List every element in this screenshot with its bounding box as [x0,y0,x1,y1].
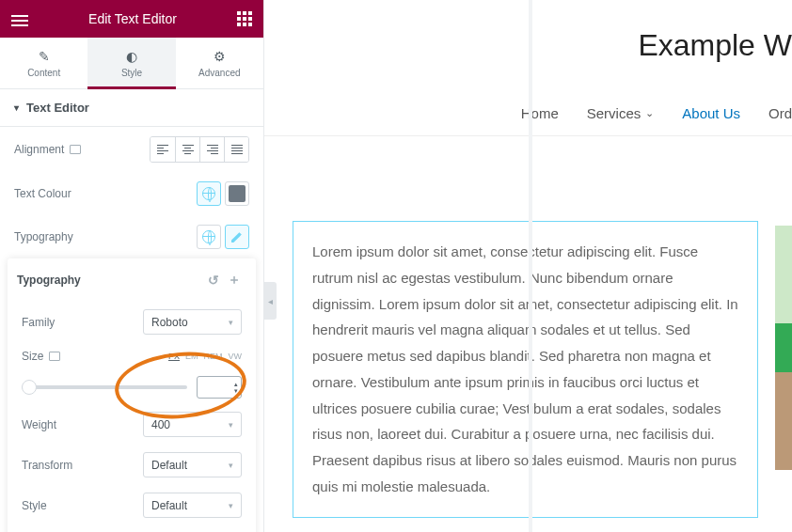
unit-em[interactable]: EM [185,352,198,361]
size-slider[interactable] [22,385,187,389]
image-widget-partial [775,226,792,470]
reset-button[interactable]: ↺ [203,270,224,290]
collapse-panel-button[interactable]: ◂ [263,282,277,320]
pencil-icon: ✎ [39,49,50,64]
chevron-down-icon: ▾ [229,501,233,510]
globe-icon [202,230,215,243]
chevron-down-icon: ⌄ [645,107,654,119]
transform-select[interactable]: Default ▾ [143,452,242,477]
responsive-icon[interactable] [70,145,81,154]
alignment-group [150,136,249,163]
unit-rem[interactable]: REM [204,352,223,361]
control-label: Typography [14,230,73,243]
select-value: Roboto [151,316,188,329]
preview-area: Example W Home Services ⌄ About Us Ord L… [263,0,792,532]
align-right-button[interactable] [199,137,224,162]
global-typography-button[interactable] [197,225,221,249]
hamburger-icon[interactable] [11,12,28,25]
control-label: Text Colour [14,187,71,200]
family-row: Family Roboto ▾ [8,302,256,342]
align-center-button[interactable] [175,137,199,162]
unit-switcher: PX EM REM VW [168,352,242,361]
tab-style[interactable]: ◐ Style [87,38,175,88]
apps-grid-icon[interactable] [237,11,252,26]
weight-select[interactable]: 400 ▾ [143,412,242,437]
nav-home[interactable]: Home [521,105,559,121]
section-title: Text Editor [26,101,89,115]
stepper-icon: ▴▾ [234,381,238,394]
edit-typography-button[interactable] [225,225,249,249]
caret-down-icon: ▾ [14,102,19,113]
pencil-icon [231,231,243,243]
align-left-button[interactable] [150,137,175,162]
typography-row: Typography [0,215,263,258]
select-value: 400 [151,418,170,431]
colour-swatch [229,185,246,202]
control-label: Size [22,350,43,363]
slider-handle[interactable] [22,380,37,395]
size-slider-row: ▴▾ [8,370,256,404]
unit-vw[interactable]: VW [229,352,243,361]
gear-icon: ⚙ [214,49,226,64]
add-button[interactable]: ＋ [224,270,245,290]
text-editor-widget[interactable]: Lorem ipsum dolor sit amet, consectetur … [293,221,758,518]
colour-swatch-button[interactable] [225,181,249,206]
chevron-down-icon: ▾ [229,461,233,470]
nav-services[interactable]: Services ⌄ [587,105,655,121]
panel-title: Edit Text Editor [28,11,237,26]
align-justify-button[interactable] [224,137,248,162]
control-label: Weight [22,418,56,431]
typography-popover: Typography ↺ ＋ Family Roboto ▾ Size PX E… [8,258,256,532]
section-header[interactable]: ▾ Text Editor [0,89,263,127]
chevron-down-icon: ▾ [229,318,233,327]
nav-about[interactable]: About Us [682,105,740,121]
responsive-icon[interactable] [49,352,60,361]
editor-panel: Edit Text Editor ✎ Content ◐ Style ⚙ Adv… [0,0,263,532]
alignment-row: Alignment [0,127,263,172]
style-row: Style Default ▾ [8,485,256,525]
family-select[interactable]: Roboto ▾ [143,309,242,335]
globe-icon [202,187,215,200]
contrast-icon: ◐ [126,49,137,64]
tab-label: Style [121,68,142,78]
weight-row: Weight 400 ▾ [8,404,256,445]
text-colour-row: Text Colour [0,172,263,215]
transform-row: Transform Default ▾ [8,445,256,485]
select-value: Default [151,499,187,512]
global-colour-button[interactable] [197,181,221,206]
size-input[interactable]: ▴▾ [197,376,242,399]
nav-order[interactable]: Ord [768,105,792,121]
panel-tabs: ✎ Content ◐ Style ⚙ Advanced [0,38,263,89]
select-value: Default [151,459,187,472]
unit-px[interactable]: PX [168,352,180,361]
control-label: Transform [22,459,72,472]
control-label: Style [22,499,47,512]
tab-label: Content [27,68,60,78]
panel-header: Edit Text Editor [0,0,263,38]
panel-scrollbar[interactable] [529,0,532,532]
size-row: Size PX EM REM VW [8,342,256,370]
tab-content[interactable]: ✎ Content [0,38,87,88]
tab-label: Advanced [198,68,240,78]
chevron-down-icon: ▾ [229,420,233,430]
control-label: Alignment [14,143,64,156]
style-select[interactable]: Default ▾ [143,493,242,518]
tab-advanced[interactable]: ⚙ Advanced [176,38,263,88]
control-label: Family [22,316,55,329]
popover-title: Typography [17,274,81,287]
